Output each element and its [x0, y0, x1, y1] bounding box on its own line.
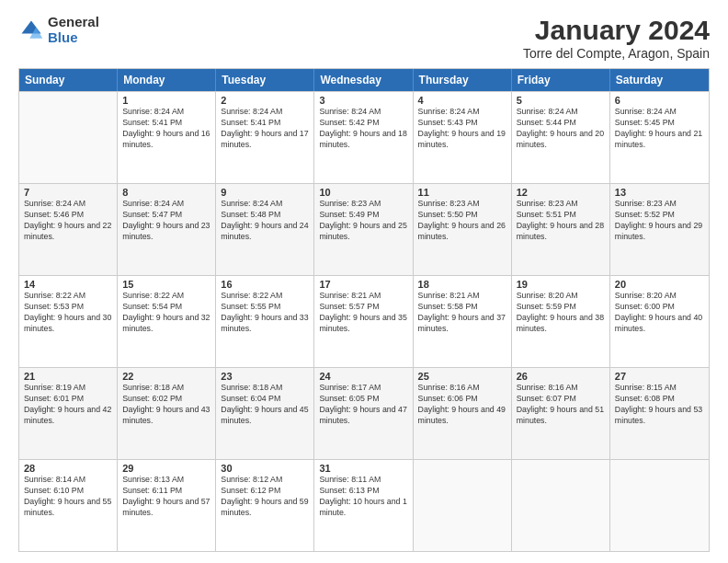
day-info: Sunrise: 8:24 AM Sunset: 5:44 PM Dayligh…	[517, 107, 605, 151]
day-number: 20	[615, 279, 704, 290]
day-number: 16	[221, 279, 309, 290]
day-number: 27	[615, 371, 704, 382]
day-info: Sunrise: 8:24 AM Sunset: 5:42 PM Dayligh…	[319, 107, 407, 151]
logo-blue-label: Blue	[48, 30, 99, 46]
day-info: Sunrise: 8:11 AM Sunset: 6:13 PM Dayligh…	[319, 475, 407, 519]
calendar-cell-day-15: 15Sunrise: 8:22 AM Sunset: 5:54 PM Dayli…	[118, 276, 216, 367]
day-info: Sunrise: 8:16 AM Sunset: 6:06 PM Dayligh…	[418, 383, 506, 427]
day-info: Sunrise: 8:22 AM Sunset: 5:55 PM Dayligh…	[221, 291, 309, 335]
day-info: Sunrise: 8:23 AM Sunset: 5:52 PM Dayligh…	[615, 199, 704, 243]
calendar-cell-day-13: 13Sunrise: 8:23 AM Sunset: 5:52 PM Dayli…	[610, 184, 709, 275]
day-info: Sunrise: 8:12 AM Sunset: 6:12 PM Dayligh…	[221, 475, 309, 519]
day-info: Sunrise: 8:18 AM Sunset: 6:02 PM Dayligh…	[122, 383, 210, 427]
day-number: 8	[122, 187, 210, 198]
day-info: Sunrise: 8:20 AM Sunset: 5:59 PM Dayligh…	[517, 291, 605, 335]
day-info: Sunrise: 8:18 AM Sunset: 6:04 PM Dayligh…	[221, 383, 309, 427]
day-number: 14	[24, 279, 112, 290]
header-sunday: Sunday	[19, 69, 118, 91]
calendar-row-4: 28Sunrise: 8:14 AM Sunset: 6:10 PM Dayli…	[19, 459, 709, 551]
calendar-cell-day-28: 28Sunrise: 8:14 AM Sunset: 6:10 PM Dayli…	[19, 460, 118, 551]
month-title: January 2024	[523, 15, 710, 46]
calendar-cell-day-27: 27Sunrise: 8:15 AM Sunset: 6:08 PM Dayli…	[610, 368, 709, 459]
day-number: 10	[319, 187, 407, 198]
day-info: Sunrise: 8:23 AM Sunset: 5:50 PM Dayligh…	[418, 199, 506, 243]
calendar-cell-day-31: 31Sunrise: 8:11 AM Sunset: 6:13 PM Dayli…	[314, 460, 413, 551]
calendar-cell-day-22: 22Sunrise: 8:18 AM Sunset: 6:02 PM Dayli…	[118, 368, 216, 459]
day-info: Sunrise: 8:16 AM Sunset: 6:07 PM Dayligh…	[517, 383, 605, 427]
day-info: Sunrise: 8:23 AM Sunset: 5:51 PM Dayligh…	[517, 199, 605, 243]
day-info: Sunrise: 8:22 AM Sunset: 5:54 PM Dayligh…	[122, 291, 210, 335]
day-info: Sunrise: 8:15 AM Sunset: 6:08 PM Dayligh…	[615, 383, 704, 427]
page: General Blue January 2024 Torre del Comp…	[0, 0, 728, 563]
calendar-cell-day-2: 2Sunrise: 8:24 AM Sunset: 5:41 PM Daylig…	[216, 92, 314, 183]
calendar-row-2: 14Sunrise: 8:22 AM Sunset: 5:53 PM Dayli…	[19, 275, 709, 367]
header-saturday: Saturday	[610, 69, 709, 91]
day-number: 3	[319, 95, 407, 106]
calendar-cell-day-16: 16Sunrise: 8:22 AM Sunset: 5:55 PM Dayli…	[216, 276, 314, 367]
day-number: 29	[122, 463, 210, 474]
header-wednesday: Wednesday	[314, 69, 413, 91]
calendar: Sunday Monday Tuesday Wednesday Thursday…	[18, 68, 710, 552]
calendar-cell-empty	[512, 460, 610, 551]
calendar-row-0: 1Sunrise: 8:24 AM Sunset: 5:41 PM Daylig…	[19, 91, 709, 183]
logo: General Blue	[18, 15, 99, 45]
calendar-cell-day-17: 17Sunrise: 8:21 AM Sunset: 5:57 PM Dayli…	[314, 276, 413, 367]
calendar-cell-day-7: 7Sunrise: 8:24 AM Sunset: 5:46 PM Daylig…	[19, 184, 118, 275]
day-info: Sunrise: 8:20 AM Sunset: 6:00 PM Dayligh…	[615, 291, 704, 335]
calendar-cell-day-29: 29Sunrise: 8:13 AM Sunset: 6:11 PM Dayli…	[118, 460, 216, 551]
day-number: 2	[221, 95, 309, 106]
location: Torre del Compte, Aragon, Spain	[523, 46, 710, 61]
calendar-cell-day-14: 14Sunrise: 8:22 AM Sunset: 5:53 PM Dayli…	[19, 276, 118, 367]
calendar-row-1: 7Sunrise: 8:24 AM Sunset: 5:46 PM Daylig…	[19, 183, 709, 275]
calendar-cell-day-19: 19Sunrise: 8:20 AM Sunset: 5:59 PM Dayli…	[512, 276, 610, 367]
day-number: 30	[221, 463, 309, 474]
calendar-cell-day-18: 18Sunrise: 8:21 AM Sunset: 5:58 PM Dayli…	[414, 276, 512, 367]
calendar-cell-day-5: 5Sunrise: 8:24 AM Sunset: 5:44 PM Daylig…	[512, 92, 610, 183]
calendar-cell-day-21: 21Sunrise: 8:19 AM Sunset: 6:01 PM Dayli…	[19, 368, 118, 459]
day-info: Sunrise: 8:24 AM Sunset: 5:41 PM Dayligh…	[122, 107, 210, 151]
calendar-cell-empty	[414, 460, 512, 551]
day-info: Sunrise: 8:24 AM Sunset: 5:41 PM Dayligh…	[221, 107, 309, 151]
header-friday: Friday	[512, 69, 610, 91]
day-number: 6	[615, 95, 704, 106]
calendar-cell-day-3: 3Sunrise: 8:24 AM Sunset: 5:42 PM Daylig…	[314, 92, 413, 183]
calendar-cell-empty	[610, 460, 709, 551]
day-info: Sunrise: 8:24 AM Sunset: 5:46 PM Dayligh…	[24, 199, 112, 243]
day-number: 13	[615, 187, 704, 198]
day-info: Sunrise: 8:24 AM Sunset: 5:47 PM Dayligh…	[122, 199, 210, 243]
day-info: Sunrise: 8:23 AM Sunset: 5:49 PM Dayligh…	[319, 199, 407, 243]
calendar-cell-day-25: 25Sunrise: 8:16 AM Sunset: 6:06 PM Dayli…	[414, 368, 512, 459]
header: General Blue January 2024 Torre del Comp…	[18, 15, 710, 61]
day-info: Sunrise: 8:24 AM Sunset: 5:43 PM Dayligh…	[418, 107, 506, 151]
day-info: Sunrise: 8:19 AM Sunset: 6:01 PM Dayligh…	[24, 383, 112, 427]
day-number: 15	[122, 279, 210, 290]
logo-icon	[18, 17, 44, 43]
day-number: 31	[319, 463, 407, 474]
day-number: 5	[517, 95, 605, 106]
day-info: Sunrise: 8:24 AM Sunset: 5:45 PM Dayligh…	[615, 107, 704, 151]
day-number: 4	[418, 95, 506, 106]
calendar-cell-day-30: 30Sunrise: 8:12 AM Sunset: 6:12 PM Dayli…	[216, 460, 314, 551]
day-number: 22	[122, 371, 210, 382]
title-block: January 2024 Torre del Compte, Aragon, S…	[523, 15, 710, 61]
calendar-cell-day-26: 26Sunrise: 8:16 AM Sunset: 6:07 PM Dayli…	[512, 368, 610, 459]
day-info: Sunrise: 8:24 AM Sunset: 5:48 PM Dayligh…	[221, 199, 309, 243]
calendar-cell-day-23: 23Sunrise: 8:18 AM Sunset: 6:04 PM Dayli…	[216, 368, 314, 459]
day-number: 21	[24, 371, 112, 382]
calendar-cell-day-1: 1Sunrise: 8:24 AM Sunset: 5:41 PM Daylig…	[118, 92, 216, 183]
calendar-cell-day-24: 24Sunrise: 8:17 AM Sunset: 6:05 PM Dayli…	[314, 368, 413, 459]
calendar-cell-day-9: 9Sunrise: 8:24 AM Sunset: 5:48 PM Daylig…	[216, 184, 314, 275]
day-number: 28	[24, 463, 112, 474]
calendar-header: Sunday Monday Tuesday Wednesday Thursday…	[19, 69, 709, 91]
day-number: 9	[221, 187, 309, 198]
header-thursday: Thursday	[414, 69, 512, 91]
day-info: Sunrise: 8:22 AM Sunset: 5:53 PM Dayligh…	[24, 291, 112, 335]
logo-text: General Blue	[48, 15, 99, 45]
calendar-row-3: 21Sunrise: 8:19 AM Sunset: 6:01 PM Dayli…	[19, 367, 709, 459]
day-number: 19	[517, 279, 605, 290]
day-info: Sunrise: 8:13 AM Sunset: 6:11 PM Dayligh…	[122, 475, 210, 519]
calendar-body: 1Sunrise: 8:24 AM Sunset: 5:41 PM Daylig…	[19, 91, 709, 551]
header-monday: Monday	[118, 69, 216, 91]
calendar-cell-day-6: 6Sunrise: 8:24 AM Sunset: 5:45 PM Daylig…	[610, 92, 709, 183]
day-number: 18	[418, 279, 506, 290]
